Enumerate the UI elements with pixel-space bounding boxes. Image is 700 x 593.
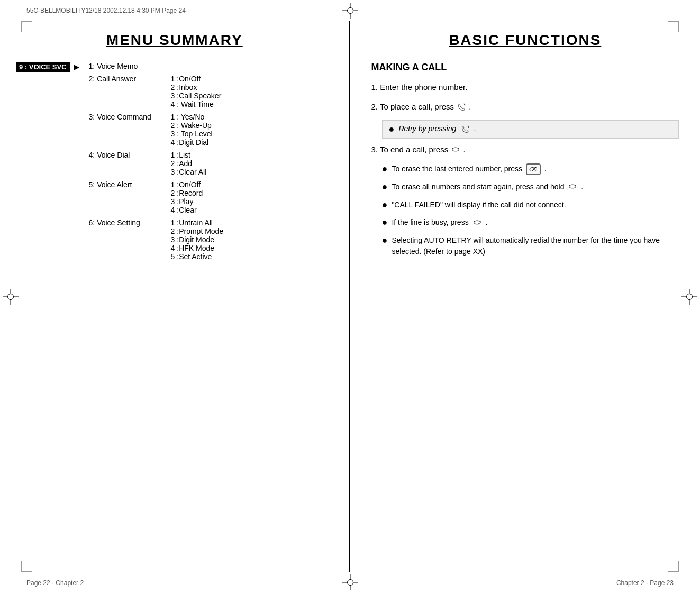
step-2: 2. To place a call, press . [371,101,679,113]
menu-item-2-opts: 1 :On/Off 2 :Inbox 3 :Call Speaker 4 : W… [171,75,222,108]
step-2-number: 2. [371,102,380,111]
menu-item-3-opts: 1 : Yes/No 2 : Wake-Up 3 : Top Level 4 :… [171,113,213,147]
bullet-line-busy-text: If the line is busy, press . [392,217,487,228]
step-2-text: To place a call, press [380,102,456,111]
menu-item-6-opt-1: 1 :Untrain All [171,218,224,227]
bullet-dot-5: ● [382,235,388,247]
bullet-dot-4: ● [382,217,388,229]
making-a-call-subtitle: MAKING A CALL [371,62,679,73]
main-content: MENU SUMMARY 9 : VOICE SVC ▶ 1: Voice Me… [0,21,700,572]
menu-item-3-opt-2: 2 : Wake-Up [171,121,213,130]
footer-right: Chapter 2 - Page 23 [616,579,674,587]
menu-item-2-label: 2: Call Answer [89,75,171,108]
menu-item-5: 5: Voice Alert 1 :On/Off 2 :Record 3 :Pl… [89,180,224,214]
menu-item-2-opt-3: 3 :Call Speaker [171,92,222,100]
retry-text: Retry by pressing . [398,124,476,134]
basic-functions-title: BASIC FUNCTIONS [371,32,679,49]
bullet-auto-retry: ● Selecting AUTO RETRY will automaticall… [382,235,679,257]
menu-item-5-opt-4: 4 :Clear [171,206,203,214]
left-column: MENU SUMMARY 9 : VOICE SVC ▶ 1: Voice Me… [0,21,350,572]
bullet-dot-2: ● [382,181,388,193]
bottom-footer: Page 22 - Chapter 2 Chapter 2 - Page 23 [0,572,700,593]
menu-item-3-opt-1: 1 : Yes/No [171,113,213,121]
menu-item-3-opt-3: 3 : Top Level [171,130,213,138]
menu-item-1-label: 1: Voice Memo [89,62,171,70]
menu-item-5-opt-1: 1 :On/Off [171,180,203,189]
menu-item-4: 4: Voice Dial 1 :List 2 :Add 3 :Clear Al… [89,151,224,176]
menu-item-3-label: 3: Voice Command [89,113,171,147]
call-phone-icon [456,103,467,112]
voice-svc-section: 9 : VOICE SVC ▶ 1: Voice Memo 2: Call An… [16,62,333,265]
erase-button-icon: ⌫ [526,163,541,176]
end-call-icon [450,145,461,155]
menu-item-6-opt-5: 5 :Set Active [171,252,224,261]
bullet-erase-last: ● To erase the last entered number, pres… [382,163,679,176]
menu-item-5-opt-3: 3 :Play [171,197,203,206]
footer-left: Page 22 - Chapter 2 [26,579,84,587]
retry-phone-icon [460,125,470,134]
menu-item-6-opt-3: 3 :Digit Mode [171,235,224,244]
busy-icon [472,218,483,228]
menu-item-3-opt-4: 4 :Digit Dial [171,138,213,147]
menu-item-5-opt-2: 2 :Record [171,189,203,197]
step-3-period: . [463,145,465,154]
menu-item-4-opts: 1 :List 2 :Add 3 :Clear All [171,151,207,176]
right-column: BASIC FUNCTIONS MAKING A CALL 1. Enter t… [350,21,701,572]
bullet-dot-3: ● [382,199,388,211]
bullet-call-failed: ● "CALL FAILED" will display if the call… [382,199,679,211]
menu-item-2: 2: Call Answer 1 :On/Off 2 :Inbox 3 :Cal… [89,75,224,108]
erase-all-icon [567,183,578,192]
svg-line-5 [467,126,469,128]
menu-item-5-label: 5: Voice Alert [89,180,171,214]
menu-item-2-opt-4: 4 : Wait Time [171,100,222,108]
menu-item-6-opts: 1 :Untrain All 2 :Prompt Mode 3 :Digit M… [171,218,224,261]
step-1-number: 1. [371,83,380,92]
bullet-auto-retry-text: Selecting AUTO RETRY will automatically … [392,235,679,257]
menu-item-2-opt-1: 1 :On/Off [171,75,222,83]
menu-item-6-opt-4: 4 :HFK Mode [171,244,224,252]
menu-items-block: 1: Voice Memo 2: Call Answer 1 :On/Off 2… [89,62,224,265]
retry-bullet: ● [389,124,395,135]
bullet-line-busy: ● If the line is busy, press . [382,217,679,229]
step-2-period: . [469,102,471,111]
bullet-erase-all: ● To erase all numbers and start again, … [382,181,679,193]
retry-box: ● Retry by pressing . [382,120,679,139]
step-3: 3. To end a call, press . [371,144,679,156]
step-3-text: To end a call, press [380,145,450,154]
svg-line-2 [463,104,465,106]
header-text: 55C-BELLMOBILITY12/18 2002.12.18 4:30 PM… [26,7,186,14]
menu-item-6-label: 6: Voice Setting [89,218,171,261]
menu-item-4-label: 4: Voice Dial [89,151,171,176]
step-3-number: 3. [371,145,380,154]
step-1: 1. Enter the phone number. [371,81,679,94]
top-header: 55C-BELLMOBILITY12/18 2002.12.18 4:30 PM… [0,0,700,21]
arrow-icon: ▶ [74,63,79,71]
menu-item-5-opts: 1 :On/Off 2 :Record 3 :Play 4 :Clear [171,180,203,214]
menu-summary-title: MENU SUMMARY [16,32,333,49]
step-1-text: Enter the phone number. [380,83,467,92]
menu-item-6-opt-2: 2 :Prompt Mode [171,227,224,235]
menu-item-2-opt-2: 2 :Inbox [171,83,222,92]
bullet-erase-last-text: To erase the last entered number, press … [392,163,546,176]
bullet-call-failed-text: "CALL FAILED" will display if the call d… [392,199,566,211]
bullet-erase-all-text: To erase all numbers and start again, pr… [392,181,583,193]
menu-item-4-opt-1: 1 :List [171,151,207,159]
bullet-dot-1: ● [382,163,388,175]
menu-item-4-opt-3: 3 :Clear All [171,168,207,176]
menu-item-4-opt-2: 2 :Add [171,159,207,168]
menu-item-6: 6: Voice Setting 1 :Untrain All 2 :Promp… [89,218,224,261]
menu-item-1: 1: Voice Memo [89,62,224,70]
category-label: 9 : VOICE SVC [16,62,70,72]
menu-item-3: 3: Voice Command 1 : Yes/No 2 : Wake-Up … [89,113,224,147]
